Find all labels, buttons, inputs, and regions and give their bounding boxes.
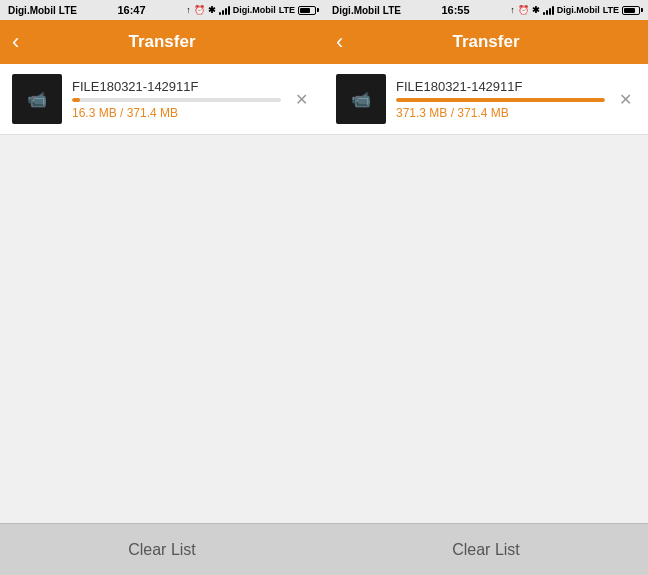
alarm-icon: ⏰ [194, 5, 205, 15]
battery-icon-left [298, 6, 316, 15]
nav-title-right: Transfer [452, 32, 519, 52]
size-right: 371.3 MB / 371.4 MB [396, 106, 605, 120]
transfer-item-left: 📹 FILE180321-142911F 16.3 MB / 371.4 MB … [0, 64, 324, 135]
status-left-right: Digi.Mobil LTE [332, 5, 401, 16]
network-right-2: LTE [603, 5, 619, 15]
size-left: 16.3 MB / 371.4 MB [72, 106, 281, 120]
bottom-bar-right: Clear List [324, 523, 648, 575]
phone-panel-left: Digi.Mobil LTE 16:47 ↑ ⏰ ✱ Digi.Mobil LT… [0, 0, 324, 575]
clear-list-button-right[interactable]: Clear List [452, 541, 520, 559]
progress-fill-right [396, 98, 605, 102]
nav-bar-right: ‹ Transfer [324, 20, 648, 64]
transfer-info-left: FILE180321-142911F 16.3 MB / 371.4 MB [72, 79, 281, 120]
transfer-info-right: FILE180321-142911F 371.3 MB / 371.4 MB [396, 79, 605, 120]
location-icon-right: ↑ [510, 5, 515, 15]
filename-right: FILE180321-142911F [396, 79, 605, 94]
location-icon: ↑ [186, 5, 191, 15]
video-icon-left: 📹 [27, 90, 47, 109]
network-label-right: LTE [383, 5, 401, 16]
progress-fill-left [72, 98, 80, 102]
signal-bars-left [219, 5, 230, 15]
signal-bars-right [543, 5, 554, 15]
status-bar-left: Digi.Mobil LTE 16:47 ↑ ⏰ ✱ Digi.Mobil LT… [0, 0, 324, 20]
carrier2-label-left: Digi.Mobil [233, 5, 276, 15]
transfer-item-right: 📹 FILE180321-142911F 371.3 MB / 371.4 MB… [324, 64, 648, 135]
status-right-right: ↑ ⏰ ✱ Digi.Mobil LTE [510, 5, 640, 15]
close-button-left[interactable]: ✕ [291, 86, 312, 113]
phone-panel-right: Digi.Mobil LTE 16:55 ↑ ⏰ ✱ Digi.Mobil LT… [324, 0, 648, 575]
time-right: 16:55 [441, 4, 469, 16]
nav-bar-left: ‹ Transfer [0, 20, 324, 64]
network2-label-left: LTE [279, 5, 295, 15]
filename-left: FILE180321-142911F [72, 79, 281, 94]
time-left: 16:47 [117, 4, 145, 16]
network-label-left: LTE [59, 5, 77, 16]
close-button-right[interactable]: ✕ [615, 86, 636, 113]
bluetooth-icon-right: ✱ [532, 5, 540, 15]
nav-title-left: Transfer [128, 32, 195, 52]
battery-icon-right [622, 6, 640, 15]
back-button-left[interactable]: ‹ [12, 27, 27, 57]
clear-list-button-left[interactable]: Clear List [128, 541, 196, 559]
content-left: 📹 FILE180321-142911F 16.3 MB / 371.4 MB … [0, 64, 324, 523]
content-right: 📹 FILE180321-142911F 371.3 MB / 371.4 MB… [324, 64, 648, 523]
progress-container-left [72, 98, 281, 102]
carrier-label-right: Digi.Mobil [332, 5, 380, 16]
back-button-right[interactable]: ‹ [336, 27, 351, 57]
status-left-left: Digi.Mobil LTE [8, 5, 77, 16]
video-icon-right: 📹 [351, 90, 371, 109]
thumbnail-right: 📹 [336, 74, 386, 124]
status-right-left: ↑ ⏰ ✱ Digi.Mobil LTE [186, 5, 316, 15]
progress-container-right [396, 98, 605, 102]
status-bar-right: Digi.Mobil LTE 16:55 ↑ ⏰ ✱ Digi.Mobil LT… [324, 0, 648, 20]
alarm-icon-right: ⏰ [518, 5, 529, 15]
carrier-right-2: Digi.Mobil [557, 5, 600, 15]
thumbnail-left: 📹 [12, 74, 62, 124]
bluetooth-icon: ✱ [208, 5, 216, 15]
bottom-bar-left: Clear List [0, 523, 324, 575]
carrier-label-left: Digi.Mobil [8, 5, 56, 16]
